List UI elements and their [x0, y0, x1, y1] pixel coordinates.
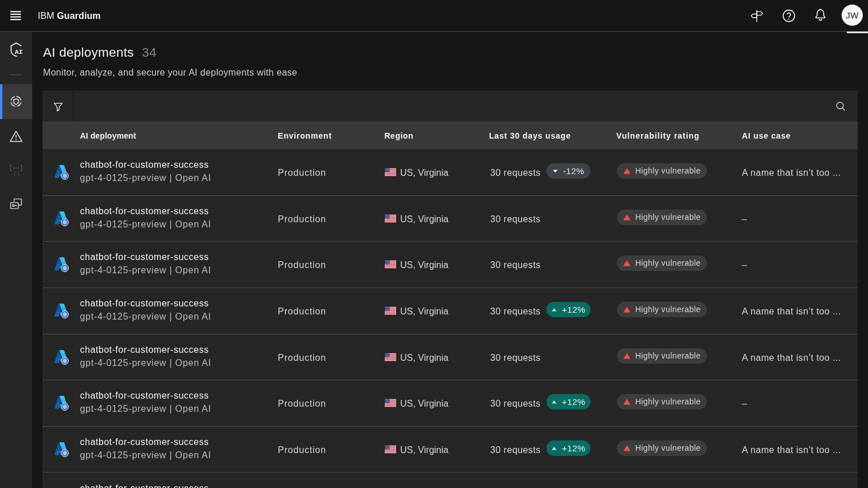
svg-text:}: }: [17, 171, 19, 176]
svg-text:{: {: [13, 171, 16, 176]
svg-text:AI: AI: [15, 48, 23, 56]
